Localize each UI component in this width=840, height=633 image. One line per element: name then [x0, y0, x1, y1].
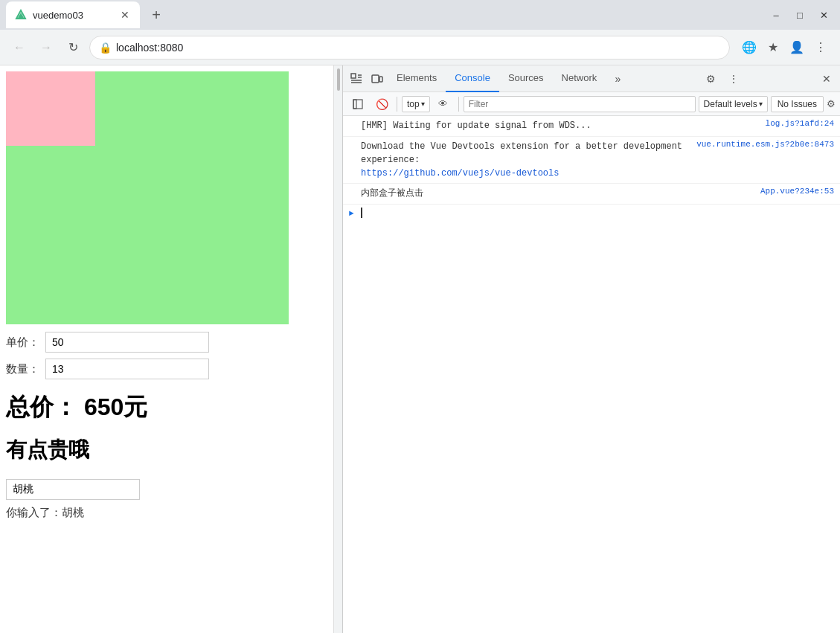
chevron-down-icon: ▾	[421, 100, 425, 108]
profile-icon[interactable]: 👤	[786, 37, 807, 58]
clear-console-button[interactable]: 🚫	[371, 94, 392, 115]
name-input[interactable]	[6, 479, 140, 500]
total-label: 总价：	[6, 393, 77, 420]
devtools-header: Elements Console Sources Network » ⚙ ⋮ ✕	[343, 65, 840, 92]
translate-icon[interactable]: 🌐	[739, 37, 760, 58]
console-sidebar-button[interactable]	[347, 94, 368, 115]
address-bar: ← → ↻ 🔒 localhost:8080 🌐 ★ 👤 ⋮	[0, 30, 840, 65]
console-filter-input[interactable]	[464, 96, 696, 112]
devtools-panel: Elements Console Sources Network » ⚙ ⋮ ✕	[342, 65, 840, 633]
levels-label: Default levels	[704, 99, 757, 109]
input-display-prefix: 你输入了：	[6, 506, 62, 518]
tab-title: vuedemo03	[33, 10, 113, 21]
minimize-button[interactable]: –	[766, 4, 786, 25]
expensive-message: 有点贵哦	[6, 436, 327, 464]
issues-button[interactable]: No Issues	[771, 96, 824, 112]
address-input[interactable]: 🔒 localhost:8080	[89, 36, 730, 60]
tab-console-label: Console	[455, 72, 490, 83]
chevron-down-icon-2: ▾	[759, 100, 763, 108]
unit-price-label: 单价：	[6, 335, 39, 350]
devtools-console: [HMR] Waiting for update signal from WDS…	[343, 116, 840, 633]
toolbar-separator	[397, 97, 397, 112]
toolbar-separator-2	[458, 97, 459, 112]
console-prompt-icon: ►	[349, 209, 359, 218]
devtools-menu-button[interactable]: ⋮	[723, 68, 744, 89]
levels-selector[interactable]: Default levels ▾	[699, 96, 768, 112]
svg-rect-8	[379, 77, 382, 82]
tab-sources[interactable]: Sources	[499, 65, 553, 92]
tab-elements[interactable]: Elements	[388, 65, 446, 92]
console-entry: 内部盒子被点击 App.vue?234e:53	[343, 184, 840, 205]
new-tab-button[interactable]: +	[146, 4, 167, 25]
lock-icon: 🔒	[99, 42, 112, 54]
close-window-button[interactable]: ✕	[813, 4, 834, 25]
inspect-element-button[interactable]	[346, 68, 367, 89]
device-toolbar-button[interactable]	[367, 68, 388, 89]
console-settings-button[interactable]: ⚙	[827, 98, 836, 109]
more-tabs-button[interactable]: »	[607, 68, 628, 89]
inner-box[interactable]	[6, 71, 95, 146]
console-cursor	[361, 208, 362, 218]
resize-indicator	[337, 68, 340, 91]
browser-tab[interactable]: vuedemo03 ✕	[6, 1, 140, 28]
tab-close-button[interactable]: ✕	[119, 9, 131, 21]
console-input-row: ►	[343, 205, 840, 221]
context-selector[interactable]: top ▾	[402, 96, 430, 112]
total-value: 650元	[84, 393, 147, 420]
svg-rect-10	[353, 100, 362, 109]
console-entry: Download the Vue Devtools extension for …	[343, 137, 840, 184]
browser-window: vuedemo03 ✕ + – □ ✕ ← → ↻ 🔒 localhost:80…	[0, 0, 840, 633]
quantity-label: 数量：	[6, 362, 39, 376]
eye-button[interactable]: 👁	[433, 94, 454, 115]
tab-console[interactable]: Console	[446, 65, 499, 92]
input-display: 你输入了：胡桃	[6, 506, 327, 520]
svg-rect-2	[351, 74, 356, 78]
console-message: Download the Vue Devtools extension for …	[361, 140, 690, 180]
top-label: top	[407, 99, 420, 109]
reload-button[interactable]: ↻	[62, 37, 83, 58]
tab-network[interactable]: Network	[553, 65, 606, 92]
issues-label: No Issues	[778, 99, 817, 109]
page-content: 单价： 数量： 总价： 650元 有点贵哦 你输入了：胡桃	[0, 65, 333, 633]
quantity-input[interactable]	[45, 359, 209, 379]
devtools-resize-handle[interactable]	[333, 65, 342, 633]
menu-icon[interactable]: ⋮	[810, 37, 831, 58]
content-area: 单价： 数量： 总价： 650元 有点贵哦 你输入了：胡桃	[0, 65, 840, 633]
window-controls: – □ ✕	[766, 4, 834, 25]
toolbar-icons: 🌐 ★ 👤 ⋮	[739, 37, 831, 58]
title-bar: vuedemo03 ✕ + – □ ✕	[0, 0, 840, 30]
quantity-row: 数量：	[6, 359, 327, 379]
unit-price-row: 单价：	[6, 332, 327, 353]
input-display-value: 胡桃	[62, 506, 84, 518]
maximize-button[interactable]: □	[789, 4, 810, 25]
tab-favicon	[15, 9, 27, 21]
tab-elements-label: Elements	[397, 72, 437, 83]
svg-rect-7	[372, 75, 379, 83]
tab-network-label: Network	[562, 72, 597, 83]
back-button[interactable]: ←	[9, 37, 30, 58]
bookmark-icon[interactable]: ★	[763, 37, 783, 58]
url-text: localhost:8080	[116, 42, 183, 54]
outer-box[interactable]	[6, 71, 289, 324]
devtools-close-button[interactable]: ✕	[816, 68, 837, 89]
forward-button[interactable]: →	[36, 37, 57, 58]
unit-price-input[interactable]	[45, 332, 209, 353]
console-message: [HMR] Waiting for update signal from WDS…	[361, 119, 760, 132]
console-source-link[interactable]: vue.runtime.esm.js?2b0e:8473	[696, 140, 834, 149]
devtools-toolbar: 🚫 top ▾ 👁 Default levels ▾ No Issues ⚙	[343, 92, 840, 116]
svg-rect-9	[353, 100, 356, 109]
tab-sources-label: Sources	[508, 72, 544, 83]
vue-devtools-link[interactable]: https://github.com/vuejs/vue-devtools	[361, 168, 559, 179]
console-entry: [HMR] Waiting for update signal from WDS…	[343, 116, 840, 137]
total-price: 总价： 650元	[6, 391, 327, 424]
console-source-link[interactable]: App.vue?234e:53	[760, 187, 834, 196]
console-source-link[interactable]: log.js?1afd:24	[766, 119, 834, 128]
console-message: 内部盒子被点击	[361, 187, 754, 200]
devtools-settings-button[interactable]: ⚙	[701, 68, 722, 89]
